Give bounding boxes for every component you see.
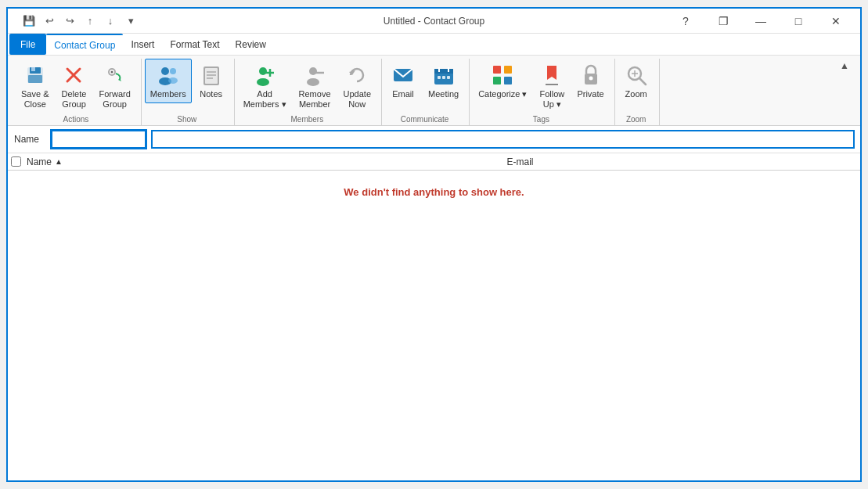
name-input-short[interactable] bbox=[52, 131, 146, 148]
restore-button[interactable]: ❐ bbox=[705, 9, 741, 34]
svg-point-13 bbox=[168, 77, 178, 84]
minimize-button[interactable]: — bbox=[743, 9, 779, 34]
svg-rect-34 bbox=[447, 76, 450, 79]
delete-group-button[interactable]: DeleteGroup bbox=[56, 59, 92, 113]
svg-rect-38 bbox=[504, 77, 512, 84]
email-icon bbox=[391, 63, 416, 88]
categorize-button[interactable]: Categorize ▾ bbox=[473, 59, 532, 103]
svg-point-23 bbox=[309, 67, 317, 75]
zoom-buttons: Zoom bbox=[618, 59, 654, 113]
ribbon-group-members: AddMembers ▾ RemoveMember bbox=[236, 59, 382, 125]
down-button[interactable]: ↓ bbox=[102, 13, 119, 30]
redo-button[interactable]: ↪ bbox=[61, 13, 78, 30]
delete-group-icon bbox=[61, 63, 86, 88]
quick-access-toolbar: 💾 ↩ ↪ ↑ ↓ ▾ bbox=[14, 13, 139, 30]
meeting-label: Meeting bbox=[428, 89, 459, 99]
ribbon-group-communicate: Email Meeting bbox=[384, 59, 470, 125]
column-email: E-mail bbox=[183, 156, 857, 167]
svg-marker-9 bbox=[118, 78, 121, 81]
communicate-label: Communicate bbox=[385, 115, 464, 125]
menu-bar: File Contact Group Insert Format Text Re… bbox=[8, 34, 860, 56]
empty-message: We didn't find anything to show here. bbox=[344, 186, 524, 198]
remove-member-label: RemoveMember bbox=[299, 89, 331, 110]
title-bar: 💾 ↩ ↪ ↑ ↓ ▾ Untitled - Contact Group ? ❐… bbox=[8, 9, 860, 34]
menu-format-text[interactable]: Format Text bbox=[162, 34, 227, 55]
header-checkbox-area bbox=[11, 156, 27, 167]
window-title: Untitled - Contact Group bbox=[384, 16, 484, 27]
close-button[interactable]: ✕ bbox=[818, 9, 854, 34]
menu-insert[interactable]: Insert bbox=[123, 34, 162, 55]
svg-point-42 bbox=[589, 77, 592, 81]
add-members-label: AddMembers ▾ bbox=[243, 89, 286, 110]
ribbon-group-actions: Save &Close DeleteGroup bbox=[14, 59, 142, 125]
more-button[interactable]: ▾ bbox=[122, 13, 139, 30]
svg-rect-2 bbox=[31, 67, 35, 71]
column-name[interactable]: Name ▲ bbox=[27, 156, 183, 167]
svg-rect-33 bbox=[442, 76, 445, 79]
svg-rect-36 bbox=[504, 66, 512, 74]
svg-point-12 bbox=[170, 68, 176, 74]
actions-buttons: Save &Close DeleteGroup bbox=[16, 59, 136, 113]
email-button[interactable]: Email bbox=[385, 59, 421, 103]
add-members-button[interactable]: AddMembers ▾ bbox=[238, 59, 292, 113]
ribbon-group-show: Members Notes Show bbox=[143, 59, 235, 125]
empty-area: We didn't find anything to show here. bbox=[8, 171, 860, 480]
notes-button[interactable]: Notes bbox=[193, 59, 229, 103]
svg-marker-39 bbox=[547, 66, 556, 80]
undo-button[interactable]: ↩ bbox=[41, 13, 58, 30]
svg-rect-37 bbox=[493, 77, 501, 84]
follow-up-label: FollowUp ▾ bbox=[540, 89, 565, 110]
meeting-icon bbox=[431, 63, 456, 88]
svg-rect-29 bbox=[434, 69, 453, 74]
notes-label: Notes bbox=[200, 89, 222, 99]
zoom-label: Zoom bbox=[625, 89, 647, 99]
follow-up-button[interactable]: FollowUp ▾ bbox=[534, 59, 570, 113]
sort-arrow-icon: ▲ bbox=[55, 157, 63, 166]
meeting-button[interactable]: Meeting bbox=[423, 59, 464, 103]
svg-point-20 bbox=[257, 78, 269, 86]
svg-point-19 bbox=[259, 67, 267, 75]
up-button[interactable]: ↑ bbox=[81, 13, 99, 30]
table-header: Name ▲ E-mail bbox=[8, 153, 860, 171]
zoom-button[interactable]: Zoom bbox=[618, 59, 654, 103]
communicate-buttons: Email Meeting bbox=[385, 59, 464, 113]
save-close-button[interactable]: Save &Close bbox=[16, 59, 54, 113]
main-window: 💾 ↩ ↪ ↑ ↓ ▾ Untitled - Contact Group ? ❐… bbox=[6, 7, 862, 482]
remove-member-icon bbox=[302, 63, 327, 88]
tags-label: Tags bbox=[473, 115, 610, 125]
menu-contact-group[interactable]: Contact Group bbox=[46, 34, 123, 55]
column-email-label: E-mail bbox=[506, 156, 533, 167]
ribbon-collapse-button[interactable]: ▲ bbox=[835, 59, 854, 73]
forward-group-label: ForwardGroup bbox=[99, 89, 130, 110]
svg-point-24 bbox=[307, 78, 319, 86]
zoom-group-label: Zoom bbox=[618, 115, 654, 125]
update-now-button[interactable]: UpdateNow bbox=[338, 59, 376, 113]
menu-file[interactable]: File bbox=[9, 34, 46, 55]
save-close-icon bbox=[23, 63, 48, 88]
window-controls: ? ❐ — □ ✕ bbox=[668, 9, 854, 34]
save-button[interactable]: 💾 bbox=[20, 13, 38, 30]
members-group-label: Members bbox=[238, 115, 376, 125]
help-button[interactable]: ? bbox=[668, 9, 704, 34]
forward-group-button[interactable]: ForwardGroup bbox=[93, 59, 135, 113]
private-button[interactable]: Private bbox=[571, 59, 609, 103]
members-button[interactable]: Members bbox=[145, 59, 192, 103]
zoom-icon bbox=[624, 63, 649, 88]
svg-point-10 bbox=[161, 67, 169, 75]
svg-rect-32 bbox=[438, 76, 441, 79]
add-members-icon bbox=[252, 63, 277, 88]
forward-group-icon bbox=[103, 63, 128, 88]
menu-review[interactable]: Review bbox=[228, 34, 274, 55]
remove-member-button[interactable]: RemoveMember bbox=[294, 59, 337, 113]
select-all-checkbox[interactable] bbox=[11, 156, 21, 167]
name-label: Name bbox=[14, 134, 45, 145]
notes-icon bbox=[199, 63, 224, 88]
follow-up-icon bbox=[539, 63, 564, 88]
name-input-full[interactable] bbox=[152, 131, 854, 148]
private-icon bbox=[578, 63, 603, 88]
tags-buttons: Categorize ▾ FollowUp ▾ bbox=[473, 59, 610, 113]
maximize-button[interactable]: □ bbox=[780, 9, 816, 34]
members-label: Members bbox=[150, 89, 186, 99]
update-now-icon bbox=[344, 63, 369, 88]
column-name-label: Name bbox=[27, 156, 52, 167]
